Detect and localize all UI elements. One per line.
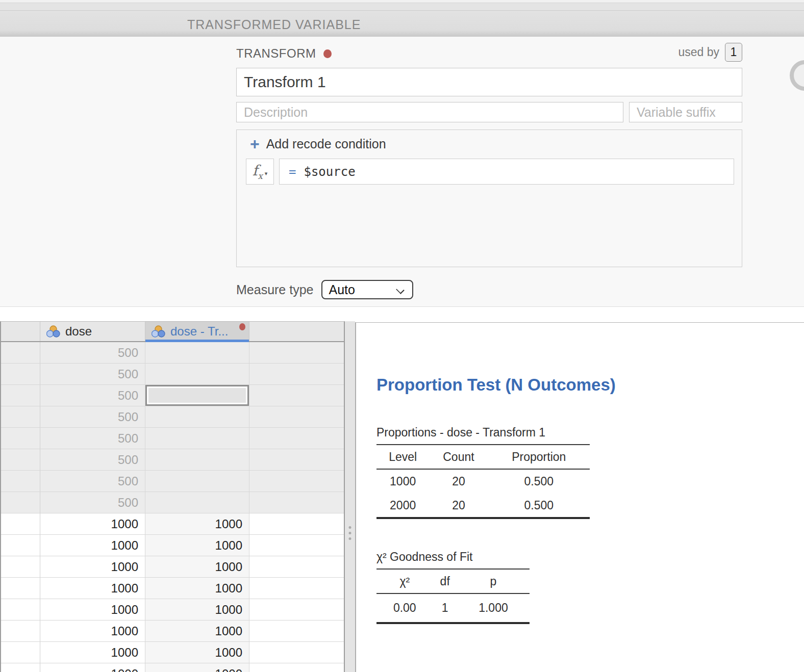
grid-cell-rownum[interactable] [1, 342, 40, 363]
collapse-handle-icon[interactable] [790, 60, 804, 91]
grid-cell-rownum[interactable] [1, 406, 40, 427]
grid-cell-extra[interactable] [249, 556, 344, 577]
grid-row: 500 [1, 364, 344, 385]
grid-cell-dose[interactable]: 1000 [40, 513, 145, 534]
plus-icon: + [250, 136, 260, 151]
grid-cell-extra[interactable] [249, 428, 344, 449]
grid-cell-dose[interactable]: 500 [40, 364, 145, 384]
results-column-header: Count [429, 445, 488, 469]
grid-cell-rownum[interactable] [1, 513, 40, 534]
formula-input[interactable]: = $source [279, 159, 734, 185]
grid-cell-rownum[interactable] [1, 449, 40, 470]
grid-cell-rownum[interactable] [1, 578, 40, 599]
grid-cell-transform[interactable] [145, 342, 249, 363]
grid-cell-rownum[interactable] [1, 492, 40, 513]
grid-cell-dose[interactable]: 1000 [40, 535, 145, 556]
transform-name-input[interactable] [236, 68, 742, 96]
measure-type-select[interactable]: Auto [321, 280, 413, 299]
column-header-dose-transform[interactable]: dose - Tr... [145, 322, 249, 341]
grid-cell-dose[interactable]: 500 [40, 471, 145, 492]
transform-editor-panel: TRANSFORM used by 1 + Add recode conditi… [0, 37, 804, 307]
grid-cell-transform[interactable] [145, 492, 249, 513]
grid-cell-rownum[interactable] [1, 663, 40, 672]
results-cell: 2000 [376, 494, 429, 518]
grid-cell-transform[interactable] [145, 449, 249, 470]
grid-cell-extra[interactable] [249, 385, 344, 406]
grid-cell-transform[interactable]: 1000 [145, 621, 249, 641]
grid-cell-extra[interactable] [249, 342, 344, 363]
grid-cell-rownum[interactable] [1, 621, 40, 641]
add-recode-condition-button[interactable]: + Add recode condition [250, 136, 386, 151]
grid-cell-transform[interactable]: 1000 [145, 535, 249, 556]
grid-cell-extra[interactable] [249, 535, 344, 556]
grid-cell-dose[interactable]: 500 [40, 385, 145, 406]
grid-row: 500 [1, 406, 344, 428]
results-cell: 20 [429, 494, 488, 518]
grid-cell-extra[interactable] [249, 471, 344, 492]
grid-cell-extra[interactable] [249, 364, 344, 384]
panel-title-bar: TRANSFORMED VARIABLE [0, 11, 804, 37]
modified-dot-icon [323, 49, 332, 58]
panel-splitter[interactable] [345, 321, 355, 672]
grid-cell-transform[interactable] [145, 385, 249, 406]
grid-cell-rownum[interactable] [1, 471, 40, 492]
grid-cell-transform[interactable] [145, 428, 249, 449]
measure-type-label: Measure type [236, 282, 313, 297]
grid-cell-extra[interactable] [249, 642, 344, 663]
used-by-count-badge[interactable]: 1 [725, 43, 742, 62]
grid-cell-transform[interactable]: 1000 [145, 642, 249, 663]
results-tables: Proportions - dose - Transform 1LevelCou… [376, 426, 804, 624]
grid-row: 10001000 [1, 513, 344, 535]
fx-dropdown-button[interactable]: fx▾ [246, 159, 274, 185]
results-cell: 1.000 [457, 593, 530, 623]
grid-cell-transform[interactable]: 1000 [145, 556, 249, 577]
row-number-header[interactable] [1, 322, 40, 341]
grid-cell-extra[interactable] [249, 621, 344, 641]
grid-cell-extra[interactable] [249, 492, 344, 513]
grid-cell-dose[interactable]: 500 [40, 342, 145, 363]
grid-cell-rownum[interactable] [1, 428, 40, 449]
description-input[interactable] [236, 102, 623, 122]
grid-cell-rownum[interactable] [1, 385, 40, 406]
grid-cell-rownum[interactable] [1, 599, 40, 620]
grid-cell-extra[interactable] [249, 513, 344, 534]
grid-cell-extra[interactable] [249, 663, 344, 672]
grid-row: 10001000 [1, 663, 344, 672]
grid-cell-dose[interactable]: 1000 [40, 642, 145, 663]
grid-cell-extra[interactable] [249, 599, 344, 620]
grid-row: 10001000 [1, 556, 344, 578]
column-header-dose[interactable]: dose [40, 322, 145, 341]
grid-cell-rownum[interactable] [1, 642, 40, 663]
grid-cell-dose[interactable]: 1000 [40, 556, 145, 577]
results-cell: 0.00 [376, 593, 433, 623]
grid-cell-transform[interactable]: 1000 [145, 578, 249, 599]
grid-cell-rownum[interactable] [1, 364, 40, 384]
workspace: dose dose - Tr... 5005005005005005005005… [0, 307, 804, 672]
grid-cell-transform[interactable]: 1000 [145, 663, 249, 672]
grid-cell-dose[interactable]: 1000 [40, 621, 145, 641]
grid-cell-transform[interactable] [145, 364, 249, 384]
results-table: Proportions - dose - Transform 1LevelCou… [376, 426, 804, 519]
grid-cell-dose[interactable]: 500 [40, 492, 145, 513]
grid-cell-dose[interactable]: 500 [40, 428, 145, 449]
grid-cell-transform[interactable]: 1000 [145, 513, 249, 534]
grid-cell-dose[interactable]: 1000 [40, 663, 145, 672]
variable-suffix-input[interactable] [629, 102, 742, 122]
results-row: 0.0011.000 [376, 593, 530, 623]
grid-cell-dose[interactable]: 500 [40, 449, 145, 470]
grid-cell-extra[interactable] [249, 578, 344, 599]
grid-cell-extra[interactable] [249, 449, 344, 470]
grid-cell-transform[interactable] [145, 406, 249, 427]
grid-cell-rownum[interactable] [1, 556, 40, 577]
empty-column-header[interactable] [249, 322, 344, 341]
grid-cell-transform[interactable]: 1000 [145, 599, 249, 620]
grid-cell-extra[interactable] [249, 406, 344, 427]
grid-cell-dose[interactable]: 1000 [40, 578, 145, 599]
grid-cell-rownum[interactable] [1, 535, 40, 556]
drag-handle-icon [349, 523, 351, 543]
results-table-caption: χ² Goodness of Fit [376, 550, 804, 564]
used-by: used by 1 [678, 43, 742, 62]
grid-cell-dose[interactable]: 1000 [40, 599, 145, 620]
grid-cell-transform[interactable] [145, 471, 249, 492]
grid-cell-dose[interactable]: 500 [40, 406, 145, 427]
